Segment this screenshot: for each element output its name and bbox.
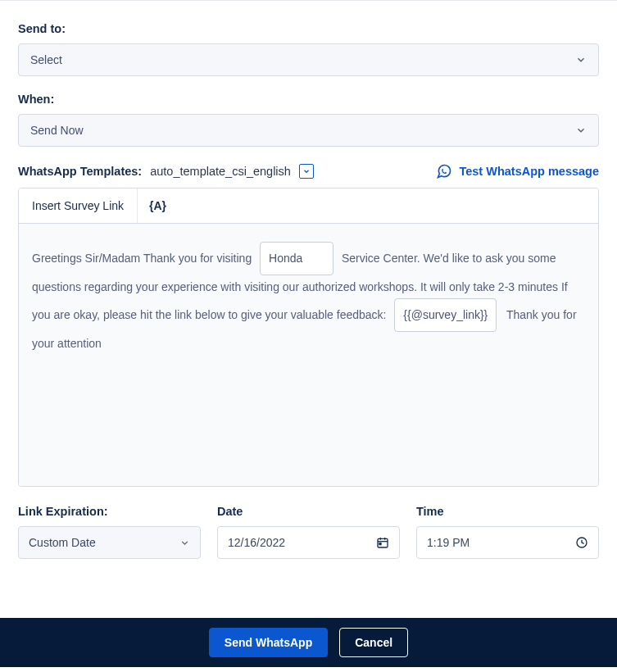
calendar-icon: [376, 536, 389, 549]
when-label: When:: [18, 93, 599, 106]
test-whatsapp-button[interactable]: Test WhatsApp message: [436, 163, 599, 179]
send-to-value: Select: [30, 53, 62, 66]
templates-dropdown-button[interactable]: [299, 164, 314, 179]
message-text-1: Greetings Sir/Madam Thank you for visiti…: [32, 252, 252, 265]
insert-variable-button[interactable]: {A}: [138, 188, 178, 223]
svg-rect-4: [379, 543, 381, 545]
template-editor: Insert Survey Link {A} Greetings Sir/Mad…: [18, 188, 599, 487]
clock-icon: [575, 536, 588, 549]
date-value: 12/16/2022: [228, 536, 285, 549]
templates-value: auto_template_csi_english: [150, 165, 291, 178]
chevron-down-icon: [575, 54, 587, 66]
chevron-down-icon: [179, 538, 190, 548]
date-input[interactable]: 12/16/2022: [217, 526, 400, 559]
template-body[interactable]: Greetings Sir/Madam Thank you for visiti…: [19, 224, 598, 486]
time-input[interactable]: 1:19 PM: [416, 526, 599, 559]
survey-link-chip[interactable]: {{@survey_link}}: [394, 298, 497, 332]
link-expiration-value: Custom Date: [29, 536, 96, 549]
template-toolbar: Insert Survey Link {A}: [19, 188, 598, 224]
time-label: Time: [416, 505, 599, 518]
cancel-button[interactable]: Cancel: [339, 628, 408, 657]
insert-survey-link-button[interactable]: Insert Survey Link: [19, 188, 138, 223]
templates-label: WhatsApp Templates:: [18, 165, 142, 178]
whatsapp-icon: [436, 163, 452, 179]
when-select[interactable]: Send Now: [18, 114, 599, 147]
brand-input[interactable]: Honda: [260, 242, 333, 275]
send-to-select[interactable]: Select: [18, 43, 599, 76]
link-expiration-select[interactable]: Custom Date: [18, 526, 201, 559]
chevron-down-icon: [575, 125, 587, 136]
test-whatsapp-label: Test WhatsApp message: [459, 165, 599, 178]
send-to-label: Send to:: [18, 22, 599, 35]
send-whatsapp-button[interactable]: Send WhatsApp: [209, 628, 328, 657]
date-label: Date: [217, 505, 400, 518]
footer: Send WhatsApp Cancel: [0, 618, 617, 667]
time-value: 1:19 PM: [427, 536, 470, 549]
link-expiration-label: Link Expiration:: [18, 505, 201, 518]
when-value: Send Now: [30, 124, 84, 137]
